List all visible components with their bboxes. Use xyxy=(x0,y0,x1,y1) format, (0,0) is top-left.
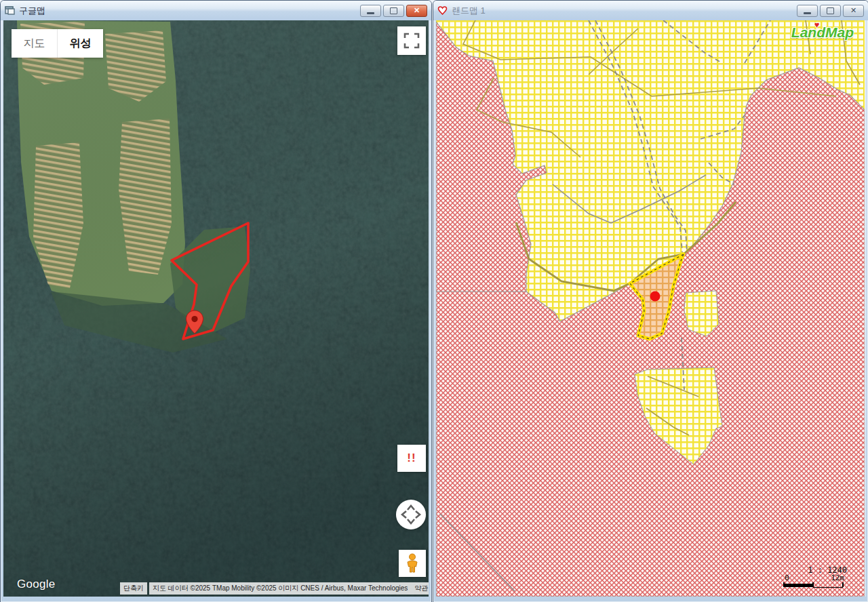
shortcuts-link[interactable]: 단축키 xyxy=(120,582,147,595)
landmap-heart-icon: ♥ xyxy=(814,20,820,30)
parcel-center-dot xyxy=(650,292,660,302)
map-type-control: 지도 위성 xyxy=(12,29,103,58)
cadastral-layers xyxy=(436,20,865,597)
close-button[interactable]: ✕ xyxy=(843,5,864,17)
satellite-map[interactable]: 지도 위성 !! xyxy=(3,20,429,597)
fullscreen-icon xyxy=(403,32,420,49)
google-map-titlebar[interactable]: 구글맵 ✕ xyxy=(1,1,431,20)
zone-yellow-island-right xyxy=(684,291,719,336)
fullscreen-button[interactable] xyxy=(397,26,426,55)
close-button[interactable]: ✕ xyxy=(406,5,427,17)
map-scale: 1 : 1240 0 12m xyxy=(783,565,848,588)
landmap-client: ♥ LandMap 1 : 1240 0 12m xyxy=(436,20,865,597)
pan-arrows-icon xyxy=(396,500,426,529)
attribution-bar: 단축키 지도 데이터 ©2025 TMap Mobility ©2025 이미지… xyxy=(120,582,429,595)
scale-distance: 12m xyxy=(831,575,844,582)
map-type-satellite-button[interactable]: 위성 xyxy=(57,29,103,58)
pegman-button[interactable] xyxy=(399,550,426,577)
google-map-window: 구글맵 ✕ xyxy=(0,0,432,602)
map-type-map-button[interactable]: 지도 xyxy=(12,29,57,58)
alert-button[interactable]: !! xyxy=(397,445,426,472)
landmap-window: 랜드맵 1 ✕ xyxy=(433,0,868,602)
landmap-titlebar[interactable]: 랜드맵 1 ✕ xyxy=(433,1,868,20)
google-logo: Google xyxy=(17,578,56,591)
maximize-button[interactable] xyxy=(383,5,404,17)
scale-bar xyxy=(783,582,848,588)
pan-control[interactable] xyxy=(396,500,426,529)
terms-link[interactable]: 약관 xyxy=(411,582,429,595)
minimize-button[interactable] xyxy=(797,5,818,17)
landmap-app-icon xyxy=(437,6,448,15)
pegman-icon xyxy=(405,553,420,574)
map-data-attribution: 지도 데이터 ©2025 TMap Mobility ©2025 이미지 CNE… xyxy=(149,582,411,595)
desktop: 구글맵 ✕ xyxy=(0,0,868,602)
window-icon xyxy=(5,6,15,15)
landmap-logo: ♥ LandMap xyxy=(791,24,854,41)
maximize-button[interactable] xyxy=(820,5,841,17)
window-title: 구글맵 xyxy=(19,5,45,17)
scale-zero: 0 xyxy=(785,575,789,582)
window-title: 랜드맵 1 xyxy=(452,5,486,17)
cadastral-map[interactable]: ♥ LandMap 1 : 1240 0 12m xyxy=(436,20,865,597)
google-map-client: 지도 위성 !! xyxy=(3,20,429,597)
minimize-button[interactable] xyxy=(360,5,381,17)
satellite-imagery xyxy=(3,20,429,597)
